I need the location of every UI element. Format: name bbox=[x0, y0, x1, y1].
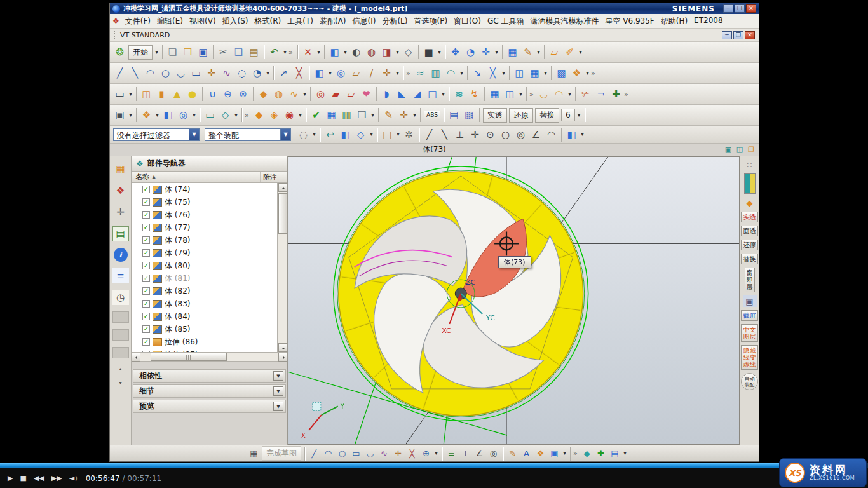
snap-grid-icon[interactable]: ▦ bbox=[247, 447, 261, 460]
dropdown-arrow-icon[interactable]: ▾ bbox=[233, 112, 239, 118]
intersect-curve-icon[interactable]: ╳ bbox=[485, 66, 500, 81]
viewport-canvas[interactable]: ZC XC YC Y X bbox=[288, 157, 739, 444]
toolbar-overflow-icon[interactable]: » bbox=[591, 69, 597, 78]
dropdown-arrow-icon[interactable]: ▾ bbox=[501, 71, 506, 76]
save-icon[interactable]: ▣ bbox=[196, 45, 210, 60]
dropdown-arrow-icon[interactable]: ▾ bbox=[191, 112, 197, 118]
auto-assembly-button[interactable]: 自动装配 bbox=[741, 373, 758, 390]
pan-view-icon[interactable]: ✥ bbox=[448, 45, 463, 60]
dropdown-arrow-icon[interactable]: ▾ bbox=[128, 112, 133, 118]
dropdown-arrow-icon[interactable]: ▾ bbox=[128, 92, 133, 97]
arc-icon[interactable]: ◠ bbox=[143, 66, 158, 81]
combo-arrow-icon[interactable]: ▼ bbox=[280, 129, 290, 140]
internet-browser-icon[interactable]: i bbox=[114, 248, 128, 262]
dropdown-arrow-icon[interactable]: ▾ bbox=[316, 50, 322, 55]
intersect-icon[interactable]: ⊗ bbox=[236, 87, 250, 102]
tree-item-body-80[interactable]: ✓体 (80) bbox=[132, 259, 277, 272]
checkbox-icon[interactable]: ✓ bbox=[142, 313, 150, 320]
checkbox-icon[interactable]: ✓ bbox=[142, 249, 150, 257]
constraint-navigator-icon[interactable]: ✛ bbox=[112, 205, 129, 220]
chinese-layer-button[interactable]: 中文图层 bbox=[741, 324, 758, 342]
add-tool-icon[interactable]: ✚ bbox=[594, 447, 607, 460]
combine-icon[interactable]: ✚ bbox=[609, 87, 623, 102]
clone-icon[interactable]: ❐ bbox=[355, 108, 369, 123]
roles-palette-icon[interactable]: ▦ bbox=[112, 161, 129, 177]
menu-insert[interactable]: 插入(S) bbox=[219, 15, 252, 28]
wave-link-icon[interactable]: ≋ bbox=[452, 87, 466, 102]
menu-et2008[interactable]: ET2008 bbox=[691, 15, 726, 28]
chevron-down-icon[interactable]: ▼ bbox=[273, 371, 283, 381]
section-view-icon[interactable]: ◨ bbox=[379, 45, 394, 60]
panel-header[interactable]: ❖ 部件导航器 bbox=[132, 156, 287, 172]
snap-endpoint-icon[interactable]: ╲ bbox=[437, 127, 452, 142]
previous-view-icon[interactable]: ↩ bbox=[323, 127, 337, 142]
checkbox-icon[interactable]: ✓ bbox=[142, 186, 150, 193]
sew-surface-icon[interactable]: ≈ bbox=[413, 66, 428, 81]
block-icon[interactable]: ◫ bbox=[139, 87, 154, 102]
teal-gem-icon[interactable]: ◆ bbox=[580, 447, 593, 460]
view-cube-icon[interactable]: ◇ bbox=[353, 127, 368, 142]
palette-slot-3[interactable] bbox=[112, 347, 129, 358]
rectangle-select-icon[interactable]: □ bbox=[380, 127, 395, 142]
datum-tool-icon[interactable]: ✛ bbox=[397, 108, 411, 123]
selection-filter-combo[interactable]: 没有选择过滤器 ▼ bbox=[113, 128, 200, 141]
thicken-icon[interactable]: ▥ bbox=[428, 66, 443, 81]
minimize-button[interactable]: ─ bbox=[723, 4, 733, 13]
extrude-icon[interactable]: ◧ bbox=[312, 66, 327, 81]
screenshot-image-icon[interactable]: ▣ bbox=[743, 295, 757, 307]
paste-icon[interactable]: ▤ bbox=[247, 45, 261, 60]
rectangle-icon[interactable]: ▭ bbox=[189, 66, 203, 81]
dropdown-arrow-icon[interactable]: ▾ bbox=[369, 132, 374, 137]
level-six-button[interactable]: 6 bbox=[561, 109, 575, 121]
dropdown-arrow-icon[interactable]: ▾ bbox=[578, 50, 583, 55]
vt-minimize-button[interactable]: ─ bbox=[722, 31, 732, 39]
tree-item-body-85[interactable]: ✓体 (85) bbox=[132, 323, 277, 336]
nx-start-orb-icon[interactable]: ❂ bbox=[112, 45, 127, 60]
edge-blend-icon[interactable]: ◗ bbox=[379, 87, 394, 102]
dropdown-arrow-icon[interactable]: ▾ bbox=[370, 112, 376, 118]
facet-view-icon[interactable]: ◍ bbox=[364, 45, 379, 60]
spreadsheet-icon[interactable]: ▥ bbox=[339, 108, 354, 123]
graphics-viewport[interactable]: ZC XC YC Y X bbox=[288, 156, 740, 445]
dropdown-arrow-icon[interactable]: ▾ bbox=[297, 112, 303, 118]
section-dependencies[interactable]: 相依性▼ bbox=[133, 369, 286, 383]
mold-cavity-icon[interactable]: ◉ bbox=[282, 108, 297, 123]
draft-icon[interactable]: ◢ bbox=[410, 87, 424, 102]
dropdown-arrow-icon[interactable]: ▾ bbox=[265, 71, 271, 76]
csys-orient-icon[interactable]: ▣ bbox=[112, 108, 127, 123]
face-translucent-button[interactable]: 面透 bbox=[741, 226, 758, 236]
toolbar-overflow-icon[interactable]: » bbox=[245, 111, 251, 119]
dropdown-arrow-icon[interactable]: ▾ bbox=[342, 50, 348, 55]
solid-translucent-button[interactable]: 实透 bbox=[483, 108, 507, 123]
snap-perpendicular-icon[interactable]: ⊥ bbox=[452, 127, 467, 142]
snap-point-icon[interactable]: ✛ bbox=[468, 127, 482, 142]
picture-library-icon[interactable]: ▧ bbox=[462, 108, 477, 123]
cut-icon[interactable]: ✂ bbox=[216, 45, 231, 60]
selection-scope-combo[interactable]: 整个装配 ▼ bbox=[205, 128, 291, 141]
menu-assemblies[interactable]: 装配(A) bbox=[316, 15, 349, 28]
sweep-hook-icon[interactable]: ◡ bbox=[536, 87, 551, 102]
snap-quadrant-icon[interactable]: ◎ bbox=[513, 127, 528, 142]
menu-information[interactable]: 信息(I) bbox=[349, 15, 379, 28]
lasso-select-icon[interactable]: ✲ bbox=[402, 127, 416, 142]
dropdown-arrow-icon[interactable]: ▾ bbox=[282, 50, 288, 55]
revolve-icon[interactable]: ◎ bbox=[334, 66, 348, 81]
project-curve-icon[interactable]: ➘ bbox=[470, 66, 485, 81]
annotate-pen-icon[interactable]: ✎ bbox=[520, 45, 535, 60]
tree-item-body-79[interactable]: ✓体 (79) bbox=[132, 247, 277, 259]
resource-scroll-down-icon[interactable]: ▾ bbox=[112, 379, 129, 386]
wave-geometry-icon[interactable]: ▭ bbox=[203, 108, 217, 123]
restore-display-button[interactable]: 还原 bbox=[509, 108, 533, 123]
extrude-feature-icon[interactable]: ◆ bbox=[256, 87, 271, 102]
dropdown-arrow-icon[interactable]: ▾ bbox=[494, 50, 499, 55]
snap-angle-icon[interactable]: ∠ bbox=[529, 127, 543, 142]
dropdown-arrow-icon[interactable]: ▾ bbox=[437, 50, 442, 55]
dropdown-arrow-icon[interactable]: ▾ bbox=[302, 92, 308, 97]
sketch-point-icon[interactable]: ✛ bbox=[391, 447, 405, 460]
angle-icon[interactable]: ∠ bbox=[473, 447, 486, 460]
menu-file[interactable]: 文件(F) bbox=[122, 15, 154, 28]
toolbar-grip-icon[interactable] bbox=[114, 31, 116, 39]
sketch-arc-icon[interactable]: ◠ bbox=[322, 447, 335, 460]
menu-format[interactable]: 格式(R) bbox=[252, 15, 285, 28]
video-progress-bar[interactable] bbox=[0, 463, 868, 468]
